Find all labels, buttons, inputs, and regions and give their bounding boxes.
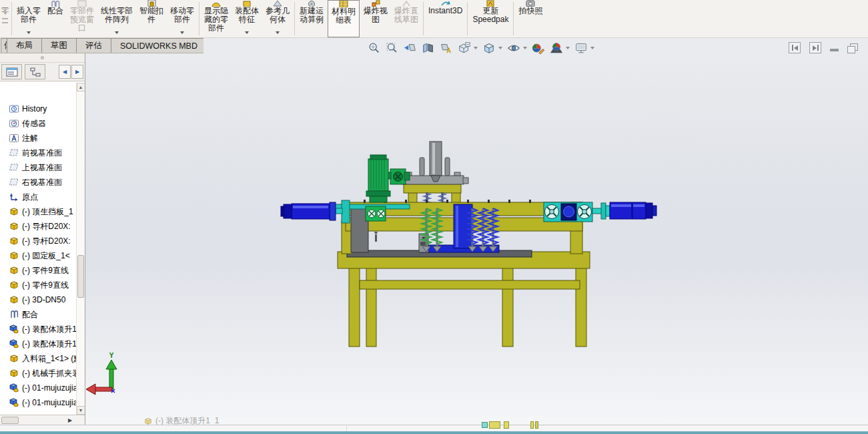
tree-item[interactable]: (-) 导杆D20X: — [0, 234, 85, 248]
toolbar-button-instant3d[interactable]: Instant3D — [425, 0, 466, 37]
zoom-to-area-button[interactable] — [384, 40, 401, 56]
toolbar-button-label: 拍快照 — [518, 7, 542, 15]
right-cylinder[interactable] — [592, 202, 657, 219]
tree-horizontal-scrollbar[interactable]: ▶ — [0, 415, 85, 425]
toolbar-button-mate[interactable]: 配合 — [44, 0, 67, 37]
toolbar-button-take-snapshot[interactable]: 拍快照 — [515, 0, 546, 37]
feature-tree-tab-button[interactable] — [1, 64, 22, 79]
restore-window-button[interactable] — [847, 43, 858, 53]
gauge-pin[interactable] — [375, 232, 378, 242]
assembly-icon — [9, 339, 19, 349]
toolbar-button-insert-components[interactable]: 插入零部件 — [13, 0, 44, 37]
tree-item[interactable]: (-) 固定板_1< — [0, 248, 85, 263]
dropdown-caret-icon[interactable] — [474, 47, 478, 49]
toolbar-button-reference-geometry[interactable]: 参考几何体 — [262, 0, 293, 37]
plane-icon — [9, 162, 19, 173]
tree-item[interactable]: 注解 — [0, 131, 85, 146]
toolbar-button-label: 爆炸视图 — [364, 7, 388, 24]
tree-item[interactable]: (-) 零件9直线 — [0, 263, 85, 278]
tree-item[interactable]: (-) 3D-DN50 — [0, 292, 85, 307]
tree-item[interactable]: (-) 01-mujuzujian — [0, 395, 85, 410]
tree-item[interactable]: History — [0, 101, 85, 116]
section-view-button[interactable] — [420, 40, 437, 56]
tree-item[interactable]: (-) 零件9直线 — [0, 278, 85, 292]
dropdown-caret-icon[interactable] — [180, 31, 184, 34]
panel-splitter[interactable] — [0, 53, 85, 63]
toolbar-button-linear-component-pattern[interactable]: 线性零部件阵列 — [97, 0, 136, 37]
panel-prev-button[interactable]: ◀ — [59, 65, 71, 79]
toolbar-button-show-hidden-components[interactable]: 显示隐藏的零部件 — [201, 0, 232, 37]
previous-view-icon — [403, 41, 418, 55]
tree-item-label: (-) 装配体顶升1_1 — [22, 339, 85, 350]
display-style-button[interactable] — [480, 40, 498, 56]
ribbon-tab-3[interactable]: 评估 — [76, 38, 111, 53]
toolbar-button-bill-of-materials[interactable]: 材料明细表 — [328, 0, 360, 37]
view-settings-button[interactable] — [572, 40, 590, 56]
tree-vertical-scrollbar[interactable]: ▲ ▼ — [76, 83, 85, 415]
toolbar-button-exploded-view[interactable]: 爆炸视图 — [360, 0, 391, 37]
tree-item[interactable]: 配合 — [0, 307, 85, 322]
ribbon-tab-band: 体布局草图评估SOLIDWORKS MBD — [0, 38, 868, 53]
tree-item[interactable]: (-) 01-mujuzujian — [0, 381, 85, 395]
toolbar-button-assembly-features[interactable]: 装配体特征 — [232, 0, 262, 37]
previous-view-button[interactable] — [402, 40, 419, 56]
graphics-viewport[interactable]: Y X (-) 装配体顶升1_1 — [85, 53, 868, 425]
tree-item[interactable]: 上视基准面 — [0, 160, 85, 175]
scroll-track[interactable] — [77, 91, 85, 406]
tree-item[interactable]: 入料箱_1<1> (默 — [0, 351, 85, 366]
tree-item[interactable]: 原点 — [0, 190, 85, 204]
collapse-pane-right-button[interactable] — [809, 42, 821, 53]
minimize-window-button[interactable] — [830, 49, 839, 51]
assembly-model[interactable]: Y X — [85, 53, 868, 425]
toolbar-button-move-component[interactable]: 移动零部件 — [167, 0, 197, 37]
scroll-thumb[interactable] — [77, 255, 84, 298]
tree-item[interactable]: (-) 顶生挡板_1 — [0, 204, 85, 219]
toolbar-button-component-preview-window[interactable]: 零部件预览窗口 — [67, 0, 97, 37]
ribbon-tab-1[interactable]: 布局 — [7, 38, 42, 53]
dropdown-caret-icon[interactable] — [566, 47, 570, 49]
toolbar-button-smart-fasteners[interactable]: 智能扣件 — [136, 0, 167, 37]
edit-appearance-button[interactable] — [530, 40, 547, 56]
dropdown-caret-icon[interactable] — [498, 47, 502, 49]
left-cylinder[interactable] — [281, 200, 350, 223]
toolbar-button-update-speedpak[interactable]: 更新Speedpak — [469, 0, 512, 37]
tree-item[interactable]: 前视基准面 — [0, 146, 85, 160]
feature-tree: History传感器注解前视基准面上视基准面右视基准面原点(-) 顶生挡板_1(… — [0, 81, 85, 415]
dropdown-caret-icon[interactable] — [590, 47, 594, 49]
dropdown-caret-icon[interactable] — [115, 31, 119, 34]
tree-item[interactable]: 右视基准面 — [0, 175, 85, 190]
collapse-pane-left-button[interactable] — [789, 42, 801, 53]
zoom-to-fit-button[interactable] — [366, 40, 383, 56]
tree-item[interactable]: (-) 装配体顶升1_1 — [0, 322, 85, 337]
tree-item-label: 传感器 — [22, 118, 46, 130]
dropdown-caret-icon[interactable] — [245, 31, 249, 34]
hide-show-items-button[interactable] — [505, 40, 522, 56]
dropdown-caret-icon[interactable] — [27, 31, 31, 34]
clipped-icon — [2, 18, 8, 19]
dropdown-caret-icon[interactable] — [523, 47, 527, 49]
scroll-up-button[interactable]: ▲ — [77, 83, 85, 91]
view-annotations-button[interactable] — [438, 40, 455, 56]
hscroll-right-button[interactable]: ▶ — [65, 416, 75, 424]
right-index-block[interactable] — [544, 202, 592, 222]
press-cylinder[interactable] — [430, 142, 442, 176]
apply-scene-button[interactable] — [548, 40, 565, 56]
view-settings-icon — [574, 41, 588, 55]
panel-next-button[interactable]: ▶ — [71, 65, 83, 79]
view-orientation-button[interactable] — [456, 40, 473, 56]
ribbon-tab-2[interactable]: 草图 — [41, 38, 77, 53]
tree-item[interactable]: (-) 机械手抓夹装配 — [0, 366, 85, 381]
tree-item[interactable]: 传感器 — [0, 116, 85, 131]
table-frame[interactable] — [338, 250, 590, 347]
toolbar-button-edit-component-partial[interactable]: 零 — [0, 0, 10, 37]
tree-item[interactable]: (-) 装配体顶升1_1 — [0, 337, 85, 351]
hscroll-thumb[interactable] — [1, 417, 19, 424]
toolbar-button-new-motion-study[interactable]: 新建运动算例 — [296, 0, 327, 37]
tree-item[interactable]: (-) 导杆D20X: — [0, 219, 85, 234]
dropdown-caret-icon[interactable] — [276, 31, 280, 34]
toolbar-button-explode-line-sketch[interactable]: 爆炸直线草图 — [391, 0, 422, 37]
part-icon — [9, 353, 19, 364]
scroll-down-button[interactable]: ▼ — [77, 406, 85, 415]
ribbon-tab-4[interactable]: SOLIDWORKS MBD — [111, 38, 207, 53]
property-manager-tab-button[interactable] — [25, 64, 45, 79]
